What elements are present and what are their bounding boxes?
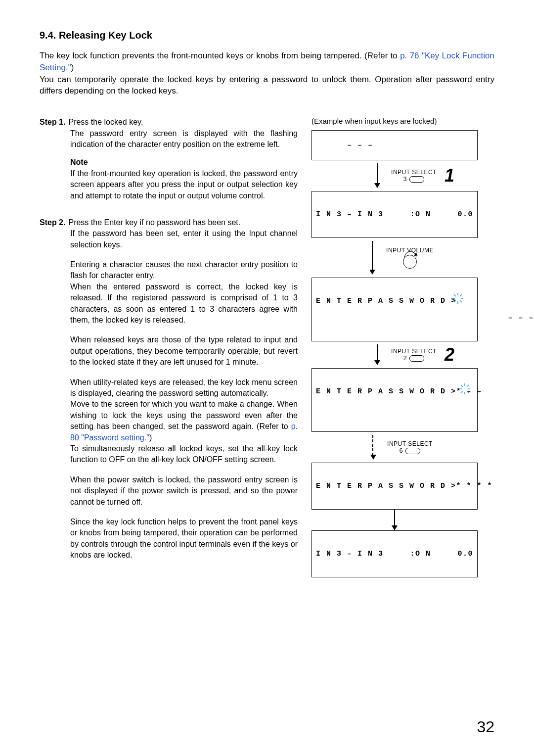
lcd-4-right: * * * * bbox=[456, 482, 493, 490]
input-select-key-2: 2 bbox=[391, 355, 437, 362]
arrow-down-dashed-icon bbox=[370, 435, 376, 460]
lcd-4: E N T E R P A S S W O R D > * * * * bbox=[312, 463, 478, 510]
input-select-key-3: 6 bbox=[387, 447, 433, 454]
lcd-2-right: – – – bbox=[508, 314, 534, 322]
left-column: Step 1. Press the locked key. The passwo… bbox=[40, 117, 298, 577]
lcd-0-text: – – – bbox=[347, 141, 373, 149]
step-2-label: Step 2. bbox=[40, 217, 65, 228]
key-number-2: 2 bbox=[403, 355, 407, 362]
cursor-flash-icon bbox=[456, 297, 508, 322]
step-2-line2: If the password has been set, enter it u… bbox=[70, 228, 298, 250]
step-2-p7a: Move to the screen for which you want to… bbox=[70, 400, 298, 430]
svg-line-14 bbox=[467, 385, 469, 387]
lcd-1-left: I N 3 – I N 3 bbox=[316, 210, 384, 219]
cursor-flash-icon bbox=[463, 387, 526, 413]
step-1-note: If the front-mounted key operation is lo… bbox=[70, 168, 298, 201]
lcd-2-left: E N T E R P A S S W O R D > bbox=[316, 297, 456, 322]
lcd-2: E N T E R P A S S W O R D > – – – bbox=[312, 278, 478, 341]
section-heading: 9.4. Releasing Key Lock bbox=[40, 30, 494, 41]
lcd-5-mid: :O N bbox=[410, 550, 431, 558]
section-title: Releasing Key Lock bbox=[59, 30, 152, 41]
svg-line-12 bbox=[461, 385, 463, 387]
callout-2: 2 bbox=[445, 344, 454, 365]
svg-line-7 bbox=[454, 300, 456, 302]
svg-line-4 bbox=[454, 294, 456, 296]
page-number: 32 bbox=[477, 718, 494, 736]
lcd-1-mid: :O N bbox=[410, 210, 431, 219]
step-2-p10: Since the key lock function helps to pre… bbox=[70, 517, 298, 561]
callout-1: 1 bbox=[445, 165, 454, 186]
arrow-down-icon bbox=[374, 163, 380, 188]
input-select-key-1: 3 bbox=[391, 176, 437, 183]
step-2-p7: Move to the screen for which you want to… bbox=[70, 399, 298, 443]
step-2-p4: When the entered password is correct, th… bbox=[70, 282, 298, 326]
step-2: Step 2. Press the Enter key if no passwo… bbox=[40, 217, 298, 561]
key-number-6: 6 bbox=[400, 447, 403, 454]
key-button-icon bbox=[405, 448, 420, 454]
key-number-3: 3 bbox=[403, 176, 407, 183]
lcd-3-left: E N T E R P A S S W O R D > bbox=[316, 387, 456, 413]
section-number: 9.4. bbox=[40, 30, 56, 41]
step-2-p9: When the power switch is locked, the pas… bbox=[70, 474, 298, 508]
svg-line-6 bbox=[460, 294, 462, 296]
intro-text-2: You can temporarily operate the locked k… bbox=[40, 75, 494, 96]
example-label: (Example when input keys are locked) bbox=[312, 117, 494, 125]
key-button-icon bbox=[409, 176, 424, 183]
svg-line-13 bbox=[467, 391, 469, 393]
step-1-body: The password entry screen is displayed w… bbox=[70, 128, 298, 150]
arrow-down-icon bbox=[369, 241, 375, 275]
intro-text-1b: ) bbox=[71, 63, 74, 72]
input-select-label-1: INPUT SELECT bbox=[391, 169, 437, 176]
note-label: Note bbox=[70, 157, 298, 168]
step-2-first: Press the Enter key if no password has b… bbox=[68, 217, 240, 228]
right-column: (Example when input keys are locked) – –… bbox=[312, 117, 494, 577]
input-select-label-3: INPUT SELECT bbox=[387, 440, 433, 447]
arrow-down-icon bbox=[374, 344, 380, 365]
svg-line-15 bbox=[461, 391, 463, 393]
step-1-label: Step 1. bbox=[40, 117, 65, 128]
step-2-p6: When utility-related keys are released, … bbox=[70, 377, 298, 399]
volume-knob-icon bbox=[403, 255, 417, 269]
step-2-p3: Entering a character causes the next cha… bbox=[70, 259, 298, 282]
input-select-label-2: INPUT SELECT bbox=[391, 348, 437, 355]
step-1-first: Press the locked key. bbox=[68, 117, 143, 128]
step-2-p5: When released keys are those of the type… bbox=[70, 334, 298, 368]
lcd-4-left: E N T E R P A S S W O R D > bbox=[316, 482, 456, 490]
key-button-icon bbox=[409, 355, 424, 362]
lcd-5: I N 3 – I N 3 :O N 0.0 bbox=[312, 530, 478, 577]
step-2-p8: To simultaneously release all locked key… bbox=[70, 443, 298, 466]
arrow-down-icon bbox=[392, 510, 398, 530]
intro-paragraph: The key lock function prevents the front… bbox=[40, 50, 494, 97]
lcd-5-left: I N 3 – I N 3 bbox=[316, 550, 384, 558]
lcd-3: E N T E R P A S S W O R D > * – – bbox=[312, 368, 478, 432]
intro-text-1: The key lock function prevents the front… bbox=[40, 51, 400, 60]
lcd-1-right: 0.0 bbox=[457, 210, 473, 219]
lcd-1: I N 3 – I N 3 :O N 0.0 bbox=[312, 191, 478, 238]
lcd-0: – – – bbox=[312, 130, 478, 160]
svg-line-5 bbox=[460, 300, 462, 302]
lcd-5-right: 0.0 bbox=[457, 550, 473, 558]
step-1: Step 1. Press the locked key. The passwo… bbox=[40, 117, 298, 201]
step-2-p7b: ) bbox=[149, 433, 152, 442]
